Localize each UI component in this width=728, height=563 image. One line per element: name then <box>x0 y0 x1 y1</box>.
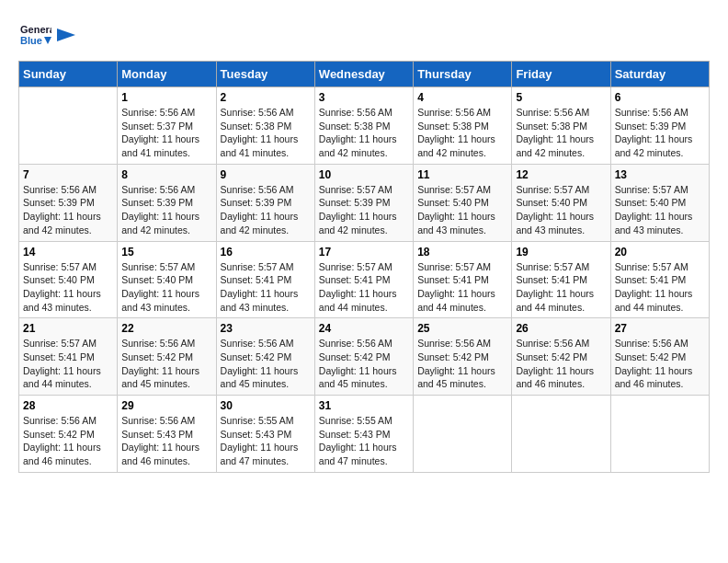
day-info: Sunrise: 5:56 AMSunset: 5:42 PMDaylight:… <box>516 337 606 391</box>
day-info: Sunrise: 5:57 AMSunset: 5:41 PMDaylight:… <box>221 260 311 315</box>
week-row-2: 7Sunrise: 5:56 AMSunset: 5:39 PMDaylight… <box>19 164 710 241</box>
weekday-header-monday: Monday <box>118 62 216 87</box>
calendar-cell: 30Sunrise: 5:55 AMSunset: 5:43 PMDayligh… <box>216 396 314 473</box>
day-number: 6 <box>615 91 705 104</box>
day-number: 15 <box>121 246 211 259</box>
day-info: Sunrise: 5:56 AMSunset: 5:39 PMDaylight:… <box>121 183 211 237</box>
calendar-cell: 21Sunrise: 5:57 AMSunset: 5:41 PMDayligh… <box>19 318 118 396</box>
calendar-cell: 8Sunrise: 5:56 AMSunset: 5:39 PMDaylight… <box>118 164 216 241</box>
day-info: Sunrise: 5:57 AMSunset: 5:41 PMDaylight:… <box>417 260 507 315</box>
day-info: Sunrise: 5:57 AMSunset: 5:40 PMDaylight:… <box>516 183 606 237</box>
day-info: Sunrise: 5:56 AMSunset: 5:42 PMDaylight:… <box>319 337 409 391</box>
day-info: Sunrise: 5:56 AMSunset: 5:42 PMDaylight:… <box>23 414 113 468</box>
calendar-cell: 5Sunrise: 5:56 AMSunset: 5:38 PMDaylight… <box>512 87 610 165</box>
day-info: Sunrise: 5:57 AMSunset: 5:39 PMDaylight:… <box>319 183 409 237</box>
calendar-cell: 31Sunrise: 5:55 AMSunset: 5:43 PMDayligh… <box>314 396 413 473</box>
calendar-cell: 2Sunrise: 5:56 AMSunset: 5:38 PMDaylight… <box>216 87 314 165</box>
calendar-cell: 15Sunrise: 5:57 AMSunset: 5:40 PMDayligh… <box>118 241 216 318</box>
day-number: 30 <box>221 399 311 412</box>
day-number: 22 <box>121 322 211 335</box>
logo: General Blue <box>18 18 75 52</box>
logo-arrow-icon <box>57 29 75 41</box>
calendar-cell: 24Sunrise: 5:56 AMSunset: 5:42 PMDayligh… <box>314 318 413 396</box>
day-info: Sunrise: 5:57 AMSunset: 5:40 PMDaylight:… <box>23 260 113 315</box>
day-info: Sunrise: 5:56 AMSunset: 5:42 PMDaylight:… <box>121 337 211 391</box>
calendar-cell: 7Sunrise: 5:56 AMSunset: 5:39 PMDaylight… <box>19 164 118 241</box>
day-info: Sunrise: 5:55 AMSunset: 5:43 PMDaylight:… <box>319 414 409 468</box>
calendar-cell: 1Sunrise: 5:56 AMSunset: 5:37 PMDaylight… <box>118 87 216 165</box>
day-number: 10 <box>319 168 409 181</box>
day-info: Sunrise: 5:57 AMSunset: 5:41 PMDaylight:… <box>319 260 409 315</box>
calendar-table: SundayMondayTuesdayWednesdayThursdayFrid… <box>18 61 710 473</box>
day-number: 9 <box>221 168 311 181</box>
day-number: 19 <box>516 246 606 259</box>
calendar-cell <box>19 87 118 165</box>
logo-icon: General Blue <box>18 18 51 52</box>
day-info: Sunrise: 5:56 AMSunset: 5:39 PMDaylight:… <box>615 106 705 160</box>
weekday-header-friday: Friday <box>512 62 610 87</box>
calendar-cell: 14Sunrise: 5:57 AMSunset: 5:40 PMDayligh… <box>19 241 118 318</box>
day-number: 20 <box>615 246 705 259</box>
day-info: Sunrise: 5:56 AMSunset: 5:39 PMDaylight:… <box>221 183 311 237</box>
calendar-cell: 17Sunrise: 5:57 AMSunset: 5:41 PMDayligh… <box>314 241 413 318</box>
calendar-cell <box>512 396 610 473</box>
calendar-cell: 4Sunrise: 5:56 AMSunset: 5:38 PMDaylight… <box>414 87 512 165</box>
day-number: 8 <box>121 168 211 181</box>
svg-text:General: General <box>20 24 51 35</box>
calendar-cell: 22Sunrise: 5:56 AMSunset: 5:42 PMDayligh… <box>118 318 216 396</box>
day-number: 11 <box>417 168 507 181</box>
day-number: 25 <box>417 322 507 335</box>
weekday-header-row: SundayMondayTuesdayWednesdayThursdayFrid… <box>19 62 710 87</box>
calendar-cell <box>414 396 512 473</box>
day-number: 23 <box>221 322 311 335</box>
weekday-header-saturday: Saturday <box>610 62 709 87</box>
day-number: 5 <box>516 91 606 104</box>
calendar-cell: 29Sunrise: 5:56 AMSunset: 5:43 PMDayligh… <box>118 396 216 473</box>
calendar-cell: 18Sunrise: 5:57 AMSunset: 5:41 PMDayligh… <box>414 241 512 318</box>
day-info: Sunrise: 5:57 AMSunset: 5:40 PMDaylight:… <box>615 183 705 237</box>
day-number: 16 <box>221 246 311 259</box>
weekday-header-tuesday: Tuesday <box>216 62 314 87</box>
day-info: Sunrise: 5:56 AMSunset: 5:38 PMDaylight:… <box>417 106 507 160</box>
calendar-cell: 23Sunrise: 5:56 AMSunset: 5:42 PMDayligh… <box>216 318 314 396</box>
calendar-cell: 27Sunrise: 5:56 AMSunset: 5:42 PMDayligh… <box>610 318 709 396</box>
day-info: Sunrise: 5:57 AMSunset: 5:41 PMDaylight:… <box>615 260 705 315</box>
calendar-cell <box>610 396 709 473</box>
week-row-5: 28Sunrise: 5:56 AMSunset: 5:42 PMDayligh… <box>19 396 710 473</box>
page-header: General Blue <box>18 18 710 52</box>
day-number: 18 <box>417 246 507 259</box>
day-number: 7 <box>23 168 113 181</box>
day-number: 2 <box>221 91 311 104</box>
day-number: 4 <box>417 91 507 104</box>
day-number: 24 <box>319 322 409 335</box>
day-number: 31 <box>319 399 409 412</box>
week-row-1: 1Sunrise: 5:56 AMSunset: 5:37 PMDaylight… <box>19 87 710 165</box>
day-number: 27 <box>615 322 705 335</box>
day-number: 26 <box>516 322 606 335</box>
calendar-cell: 13Sunrise: 5:57 AMSunset: 5:40 PMDayligh… <box>610 164 709 241</box>
day-number: 3 <box>319 91 409 104</box>
weekday-header-sunday: Sunday <box>19 62 118 87</box>
calendar-cell: 16Sunrise: 5:57 AMSunset: 5:41 PMDayligh… <box>216 241 314 318</box>
day-info: Sunrise: 5:56 AMSunset: 5:39 PMDaylight:… <box>23 183 113 237</box>
weekday-header-thursday: Thursday <box>414 62 512 87</box>
day-number: 29 <box>121 399 211 412</box>
calendar-cell: 28Sunrise: 5:56 AMSunset: 5:42 PMDayligh… <box>19 396 118 473</box>
calendar-cell: 12Sunrise: 5:57 AMSunset: 5:40 PMDayligh… <box>512 164 610 241</box>
day-number: 14 <box>23 246 113 259</box>
calendar-cell: 6Sunrise: 5:56 AMSunset: 5:39 PMDaylight… <box>610 87 709 165</box>
svg-text:Blue: Blue <box>20 35 42 46</box>
calendar-cell: 25Sunrise: 5:56 AMSunset: 5:42 PMDayligh… <box>414 318 512 396</box>
week-row-4: 21Sunrise: 5:57 AMSunset: 5:41 PMDayligh… <box>19 318 710 396</box>
day-number: 1 <box>121 91 211 104</box>
weekday-header-wednesday: Wednesday <box>314 62 413 87</box>
calendar-cell: 3Sunrise: 5:56 AMSunset: 5:38 PMDaylight… <box>314 87 413 165</box>
day-info: Sunrise: 5:56 AMSunset: 5:42 PMDaylight:… <box>417 337 507 391</box>
day-info: Sunrise: 5:56 AMSunset: 5:37 PMDaylight:… <box>121 106 211 160</box>
day-info: Sunrise: 5:56 AMSunset: 5:43 PMDaylight:… <box>121 414 211 468</box>
day-info: Sunrise: 5:55 AMSunset: 5:43 PMDaylight:… <box>221 414 311 468</box>
day-info: Sunrise: 5:56 AMSunset: 5:42 PMDaylight:… <box>615 337 705 391</box>
calendar-cell: 9Sunrise: 5:56 AMSunset: 5:39 PMDaylight… <box>216 164 314 241</box>
calendar-cell: 10Sunrise: 5:57 AMSunset: 5:39 PMDayligh… <box>314 164 413 241</box>
calendar-cell: 19Sunrise: 5:57 AMSunset: 5:41 PMDayligh… <box>512 241 610 318</box>
